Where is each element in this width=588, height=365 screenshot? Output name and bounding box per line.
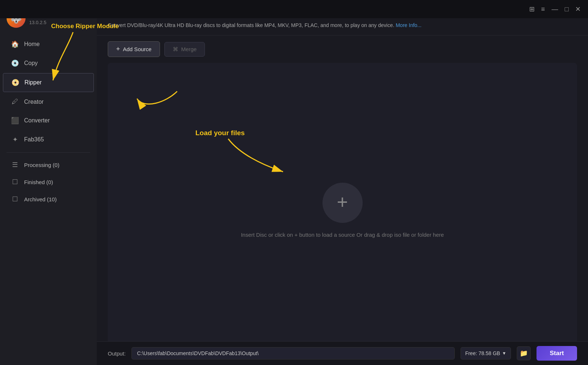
sidebar-item-ripper[interactable]: 📀 Ripper [3, 73, 94, 92]
sidebar: 🐺 DVDFab 13.0.2.5 🏠 Home 💿 Copy 📀 Ripper… [0, 0, 97, 365]
converter-icon: ⬛ [11, 117, 19, 125]
chevron-down-icon: ▼ [502, 351, 506, 356]
titlebar: ⊞ ≡ — □ ✕ [0, 0, 588, 18]
sidebar-divider [7, 152, 90, 153]
start-label: Start [550, 350, 564, 357]
sidebar-item-creator[interactable]: 🖊 Creator [3, 93, 94, 111]
toolbar: + Add Source ⌘ Merge [97, 35, 588, 63]
sidebar-item-label-home: Home [24, 41, 40, 47]
footer: Output: C:\Users\fab\Documents\DVDFab\DV… [97, 341, 588, 365]
ripper-icon: 📀 [11, 79, 19, 87]
output-label: Output: [108, 350, 126, 357]
module-desc: Convert DVD/Blu-ray/4K Ultra HD Blu-ray … [108, 22, 577, 29]
creator-icon: 🖊 [11, 98, 19, 106]
app-version: 13.0.2.5 [29, 20, 58, 25]
merge-label: Merge [181, 46, 197, 52]
sidebar-item-home[interactable]: 🏠 Home [3, 35, 94, 53]
sidebar-item-copy[interactable]: 💿 Copy [3, 54, 94, 72]
sidebar-item-converter[interactable]: ⬛ Converter [3, 111, 94, 130]
module-desc-text: Convert DVD/Blu-ray/4K Ultra HD Blu-ray … [108, 22, 394, 28]
fab365-icon: ✦ [11, 136, 19, 144]
sidebar-item-label-creator: Creator [24, 99, 43, 105]
merge-icon: ⌘ [173, 46, 178, 53]
drop-zone[interactable]: + Insert Disc or click on + button to lo… [108, 63, 577, 358]
sidebar-item-processing[interactable]: ☰ Processing (0) [3, 156, 94, 173]
drop-hint-text: Insert Disc or click on + button to load… [241, 232, 444, 238]
sidebar-item-label-ripper: Ripper [24, 79, 42, 86]
close-btn[interactable]: ✕ [575, 6, 581, 12]
sidebar-item-label-finished: Finished (0) [24, 179, 53, 185]
drop-circle-button[interactable]: + [322, 183, 363, 223]
folder-button[interactable]: 📁 [517, 346, 531, 360]
menu-btn[interactable]: ≡ [541, 6, 545, 12]
finished-icon: ☐ [11, 178, 19, 186]
sidebar-item-finished[interactable]: ☐ Finished (0) [3, 174, 94, 190]
add-source-label: Add Source [123, 46, 152, 52]
sidebar-item-label-fab365: Fab365 [24, 136, 44, 143]
sidebar-item-label-processing: Processing (0) [24, 162, 60, 168]
add-icon: + [116, 45, 120, 53]
home-icon: 🏠 [11, 40, 19, 48]
processing-icon: ☰ [11, 161, 19, 169]
archived-icon: ☐ [11, 195, 19, 203]
more-info-link[interactable]: More Info... [396, 22, 421, 28]
start-button[interactable]: Start [537, 346, 577, 361]
copy-icon: 💿 [11, 59, 19, 67]
sidebar-item-label-copy: Copy [24, 60, 38, 66]
add-source-button[interactable]: + Add Source [108, 41, 160, 57]
folder-icon: 📁 [520, 349, 528, 357]
apps-btn[interactable]: ⊞ [529, 6, 535, 12]
main-content: Ripper Convert DVD/Blu-ray/4K Ultra HD B… [97, 0, 588, 365]
free-space[interactable]: Free: 78.58 GB ▼ [461, 347, 511, 360]
sidebar-item-label-converter: Converter [24, 117, 50, 124]
sidebar-nav: 🏠 Home 💿 Copy 📀 Ripper 🖊 Creator ⬛ Conve… [0, 34, 97, 365]
drop-plus-icon: + [337, 193, 348, 212]
free-space-text: Free: 78.58 GB [465, 350, 500, 356]
sidebar-item-label-archived: Archived (10) [24, 196, 57, 202]
window-controls[interactable]: ⊞ ≡ — □ ✕ [529, 6, 581, 12]
maximize-btn[interactable]: □ [565, 6, 569, 12]
sidebar-item-fab365[interactable]: ✦ Fab365 [3, 130, 94, 149]
sidebar-item-archived[interactable]: ☐ Archived (10) [3, 191, 94, 208]
output-path[interactable]: C:\Users\fab\Documents\DVDFab\DVDFab13\O… [131, 347, 454, 360]
minimize-btn[interactable]: — [551, 6, 558, 12]
merge-button[interactable]: ⌘ Merge [164, 42, 205, 57]
